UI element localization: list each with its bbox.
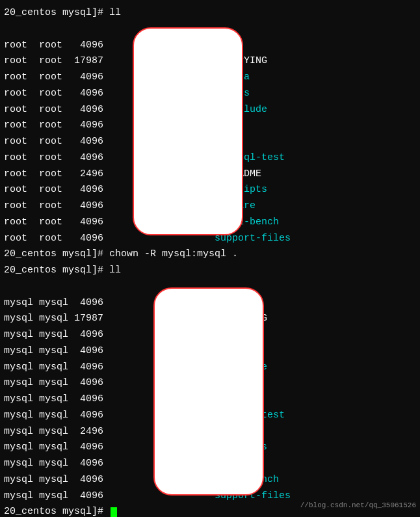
cmd-ll-2: ll [109,263,121,279]
prompt-2: 20_centos mysql]# [4,263,109,279]
highlight-box-top [133,27,243,235]
command-line-2: 20_centos mysql]# ll [4,263,416,279]
command-line-1: 20_centos mysql]# ll [4,5,416,21]
prompt-1: 20_centos mysql]# [4,5,109,21]
cursor [111,507,117,517]
watermark: //blog.csdn.net/qq_35061526 [300,501,416,509]
chown-command: 20_centos mysql]# chown -R mysql:mysql . [4,246,416,263]
cmd-ll-1: ll [109,5,121,21]
last-prompt-text: 20_centos mysql]# [4,504,109,517]
terminal-window: 20_centos mysql]# ll root root 4096 bin … [0,0,420,517]
highlight-box-bottom [153,287,264,496]
